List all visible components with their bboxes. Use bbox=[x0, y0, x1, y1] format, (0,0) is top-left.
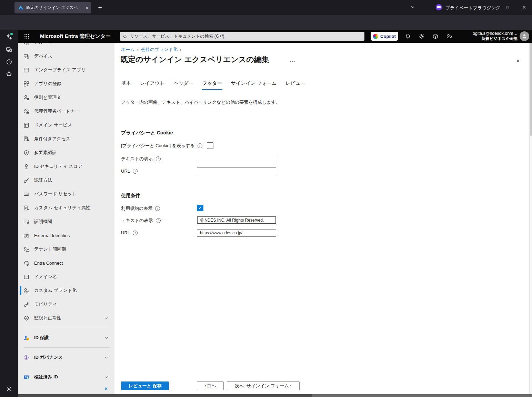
info-icon[interactable]: i bbox=[133, 169, 138, 174]
custom-attributes-icon bbox=[23, 205, 30, 211]
tab-レビュー[interactable]: レビュー bbox=[285, 79, 305, 90]
info-icon[interactable]: i bbox=[155, 206, 160, 211]
account-org: 新規ビジネス企画部 bbox=[473, 36, 518, 41]
sidebar-item-window[interactable]: エンタープライズ アプリ bbox=[18, 63, 114, 77]
sidebar-divider bbox=[18, 364, 114, 370]
browser-tab[interactable]: 既定のサインイン エクスペリエンスの × bbox=[14, 2, 91, 13]
privacy-url-label: URL i bbox=[121, 169, 138, 174]
sidebar-item-external-identities[interactable]: External Identities bbox=[18, 228, 114, 242]
privacy-url-input[interactable] bbox=[197, 167, 276, 175]
sidebar-item-people[interactable]: グループ bbox=[18, 43, 114, 49]
feedback-icon[interactable] bbox=[445, 32, 454, 40]
terms-text-label: テキストの表示 i bbox=[121, 217, 161, 224]
tab-ヘッダー[interactable]: ヘッダー bbox=[173, 79, 194, 90]
window-maximize-button[interactable]: □ bbox=[502, 2, 513, 13]
sidebar-item-partners[interactable]: 代理管理者パートナー bbox=[18, 104, 114, 118]
sidebar-item-certificate[interactable]: 証明機関 bbox=[18, 215, 114, 228]
avatar[interactable] bbox=[520, 31, 529, 41]
product-title[interactable]: Microsoft Entra 管理センター bbox=[40, 30, 111, 43]
help-icon[interactable] bbox=[431, 32, 440, 40]
more-options-icon[interactable]: ··· bbox=[290, 58, 296, 64]
account-info[interactable]: ogita.s@ndesdx.onm… 新規ビジネス企画部 bbox=[473, 31, 518, 41]
sidebar-item-domain-names[interactable]: ドメイン名 bbox=[18, 270, 114, 284]
window-icon bbox=[23, 67, 30, 73]
next-button[interactable]: 次へ: サインイン フォーム › bbox=[227, 381, 300, 390]
close-panel-icon[interactable]: × bbox=[516, 57, 520, 65]
scrollbar-thumb[interactable] bbox=[530, 43, 532, 136]
sidebar-item-role-admin[interactable]: 役割と管理者 bbox=[18, 91, 114, 104]
browser-tab-strip: 既定のサインイン エクスペリエンスの × + プライベートブラウジング ─ □ … bbox=[0, 0, 532, 15]
bottom-horizontal-scrollbar[interactable] bbox=[18, 394, 532, 397]
sidebar-item-custom-branding[interactable]: カスタム ブランド化 bbox=[18, 284, 114, 297]
chevron-down-icon[interactable] bbox=[104, 316, 109, 321]
sidebar-item-auth-key[interactable]: 認証方法 bbox=[18, 173, 114, 187]
sidebar-item-label: Entra Connect bbox=[34, 261, 63, 266]
breadcrumb-home-link[interactable]: ホーム bbox=[121, 47, 135, 53]
review-save-button[interactable]: レビューと 保存 bbox=[121, 381, 169, 390]
scrollbar-thumb[interactable] bbox=[18, 394, 312, 397]
terms-url-input[interactable] bbox=[197, 229, 276, 237]
window-close-button[interactable]: × bbox=[518, 2, 530, 13]
breadcrumb-branding-link[interactable]: 会社のブランド化 bbox=[141, 47, 178, 53]
tab-close-icon[interactable]: × bbox=[86, 5, 88, 11]
firefox-vertical-toolbar bbox=[0, 30, 18, 397]
people-icon bbox=[23, 43, 30, 46]
sidebar-item-tenant-sync[interactable]: テナント間同期 bbox=[18, 242, 114, 256]
chevron-down-icon[interactable] bbox=[104, 375, 109, 380]
sidebar-item-label: ドメイン名 bbox=[34, 274, 57, 280]
main-content: ホーム › 会社のブランド化 › 既定のサインイン エクスペリエンスの編集 ··… bbox=[114, 43, 532, 394]
sidebar-item-verified-id[interactable]: 検証済み ID bbox=[18, 370, 114, 384]
sidebar-collapse-button[interactable]: « bbox=[104, 385, 108, 391]
window-minimize-button[interactable]: ─ bbox=[485, 2, 497, 13]
tab-サインイン フォーム[interactable]: サインイン フォーム bbox=[231, 79, 277, 90]
tab-レイアウト[interactable]: レイアウト bbox=[140, 79, 165, 90]
new-tab-button[interactable]: + bbox=[95, 3, 105, 12]
settings-gear-icon-bottom[interactable] bbox=[5, 385, 13, 393]
terms-show-label: 利用規約の表示 i bbox=[121, 205, 160, 212]
privacy-show-checkbox[interactable] bbox=[207, 142, 213, 149]
sidebar-item-mobility[interactable]: モビリティ bbox=[18, 297, 114, 311]
info-icon[interactable]: i bbox=[133, 231, 138, 235]
synced-tabs-icon[interactable] bbox=[5, 45, 13, 54]
terms-show-checkbox[interactable]: ✓ bbox=[197, 205, 203, 211]
privacy-text-input[interactable] bbox=[197, 155, 276, 162]
sidebar-item-conditional-access[interactable]: 条件付きアクセス bbox=[18, 132, 114, 146]
terms-text-input[interactable] bbox=[197, 216, 276, 224]
previous-button[interactable]: ‹ 前へ bbox=[197, 381, 224, 390]
sidebar-item-id-protection[interactable]: ID 保護 bbox=[18, 331, 114, 345]
list-tabs-chevron-icon[interactable] bbox=[410, 4, 416, 12]
entra-top-bar: Microsoft Entra 管理センター リソース、サービス、ドキュメントの… bbox=[18, 30, 532, 43]
sidebar-item-domain-services[interactable]: ドメイン サービス bbox=[18, 118, 114, 132]
chevron-down-icon[interactable] bbox=[104, 335, 109, 340]
sidebar-item-mfa-shield[interactable]: 多要素認証 bbox=[18, 146, 114, 160]
sidebar-item-id-governance[interactable]: ID ガバナンス bbox=[18, 350, 114, 364]
global-search-input[interactable]: リソース、サービス、ドキュメントの検索 (G+/) bbox=[120, 32, 364, 41]
waffle-icon[interactable] bbox=[22, 32, 31, 40]
health-icon bbox=[23, 315, 30, 322]
sidebar-item-password-reset[interactable]: パスワード リセット bbox=[18, 187, 114, 201]
settings-gear-icon[interactable] bbox=[417, 32, 426, 40]
sidebar-item-app-registration[interactable]: アプリの登録 bbox=[18, 77, 114, 91]
sidebar-item-devices[interactable]: デバイス bbox=[18, 49, 114, 63]
info-icon[interactable]: i bbox=[198, 143, 202, 148]
sidebar-item-custom-attributes[interactable]: カスタム セキュリティ属性 bbox=[18, 201, 114, 215]
notifications-bell-icon[interactable] bbox=[403, 32, 412, 40]
privacy-text-label: テキストの表示 i bbox=[121, 156, 161, 162]
ai-chatbot-sparkle-icon[interactable] bbox=[5, 33, 13, 41]
domain-services-icon bbox=[23, 122, 30, 129]
history-clock-icon[interactable] bbox=[5, 58, 13, 66]
secure-score-icon bbox=[23, 163, 30, 170]
notification-dot bbox=[10, 33, 13, 35]
chevron-down-icon[interactable] bbox=[104, 355, 109, 360]
tab-フッター[interactable]: フッター bbox=[202, 79, 222, 90]
info-icon[interactable]: i bbox=[156, 156, 161, 161]
sidebar-item-secure-score[interactable]: ID セキュリティ スコア bbox=[18, 160, 114, 173]
bookmarks-star-icon[interactable] bbox=[5, 70, 13, 78]
copilot-button[interactable]: Copilot bbox=[371, 32, 398, 41]
content-vertical-scrollbar[interactable] bbox=[529, 43, 532, 394]
tab-基本[interactable]: 基本 bbox=[121, 79, 131, 90]
sidebar-item-health[interactable]: 監視と正常性 bbox=[18, 311, 114, 325]
info-icon[interactable]: i bbox=[156, 218, 161, 223]
sidebar-item-label: テナント間同期 bbox=[34, 246, 66, 252]
sidebar-item-entra-connect[interactable]: Entra Connect bbox=[18, 256, 114, 270]
